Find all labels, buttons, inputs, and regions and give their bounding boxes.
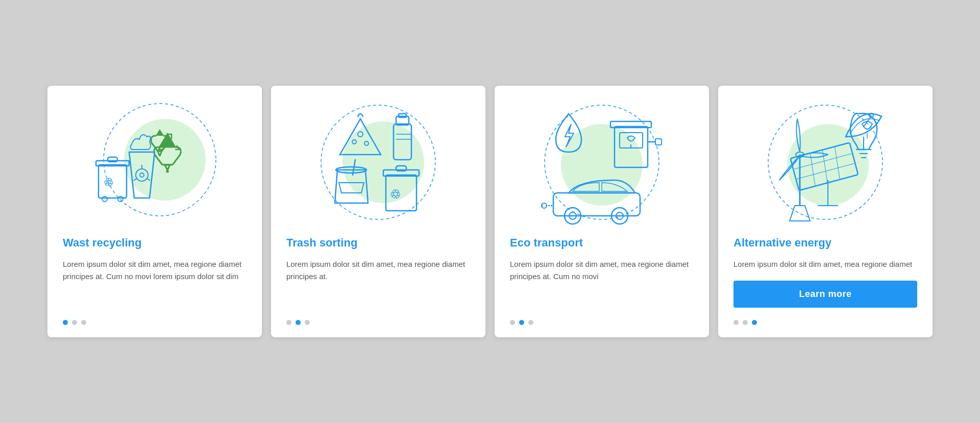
card-dots [510, 320, 533, 325]
card-dots [63, 320, 86, 325]
learn-more-button[interactable]: Learn more [733, 281, 917, 308]
dot-2 [72, 320, 77, 325]
dot-1 [510, 320, 515, 325]
card-title: Alternative energy [733, 236, 831, 251]
cards-container: ♻ Wa [27, 70, 953, 353]
card-title: Eco transport [510, 236, 583, 251]
svg-point-6 [102, 196, 107, 202]
dot-3 [305, 320, 310, 325]
dot-1 [286, 320, 291, 325]
dot-2 [519, 320, 524, 325]
card-dots [286, 320, 310, 325]
dot-3 [752, 320, 757, 325]
svg-rect-21 [399, 114, 406, 117]
svg-point-7 [118, 196, 123, 202]
dot-1 [63, 320, 68, 325]
svg-rect-37 [655, 139, 662, 145]
card-eco-transport: Eco transport Lorem ipsum dolor sit dim … [495, 86, 709, 338]
svg-text:♻: ♻ [390, 187, 401, 201]
card-waste-recycling: ♻ Wa [47, 86, 262, 338]
dot-3 [81, 320, 86, 325]
card-text: Lorem ipsum dolor sit dim amet, mea regi… [286, 258, 470, 308]
illustration-eco-transport [510, 101, 694, 223]
card-alternative-energy: Alternative energy Lorem ipsum dolor sit… [718, 86, 933, 338]
svg-point-0 [124, 119, 206, 201]
dot-1 [733, 320, 739, 325]
card-trash-sorting: ♻ Trash sorting Lorem ipsum dolor sit di… [271, 86, 485, 338]
illustration-waste-recycling: ♻ [63, 101, 247, 223]
dot-2 [296, 320, 301, 325]
svg-marker-50 [790, 206, 810, 221]
card-dots [733, 320, 757, 325]
illustration-alternative-energy [733, 101, 917, 223]
card-text: Lorem ipsum dolor sit dim amet, mea regi… [510, 258, 694, 308]
dot-2 [743, 320, 748, 325]
card-title: Wast recycling [63, 236, 141, 251]
svg-text:♻: ♻ [104, 176, 114, 189]
card-title: Trash sorting [286, 236, 357, 251]
card-text: Lorem ipsum dolor sit dim amet, mea regi… [733, 258, 912, 270]
illustration-trash-sorting: ♻ [286, 101, 470, 223]
card-text: Lorem ipsum dolor sit dim amet, mea regi… [63, 258, 247, 308]
dot-3 [528, 320, 533, 325]
